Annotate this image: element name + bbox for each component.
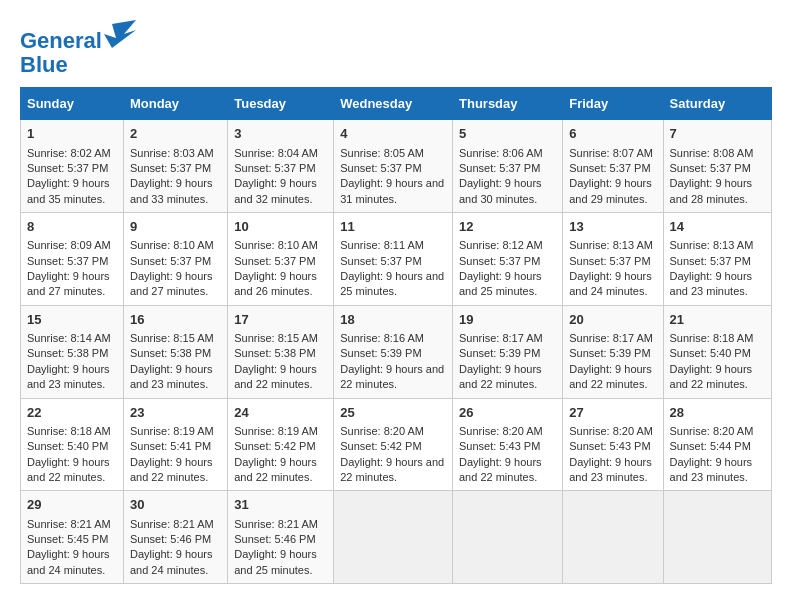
sunrise-text: Sunrise: 8:13 AM	[569, 239, 653, 251]
sunrise-text: Sunrise: 8:17 AM	[569, 332, 653, 344]
daylight-text: Daylight: 9 hours and 27 minutes.	[130, 270, 213, 297]
sunset-text: Sunset: 5:38 PM	[130, 347, 211, 359]
calendar-cell	[453, 491, 563, 584]
daylight-text: Daylight: 9 hours and 22 minutes.	[130, 456, 213, 483]
daylight-text: Daylight: 9 hours and 22 minutes.	[27, 456, 110, 483]
daylight-text: Daylight: 9 hours and 25 minutes.	[234, 548, 317, 575]
calendar-cell: 16Sunrise: 8:15 AMSunset: 5:38 PMDayligh…	[123, 305, 227, 398]
daylight-text: Daylight: 9 hours and 25 minutes.	[340, 270, 444, 297]
sunrise-text: Sunrise: 8:20 AM	[459, 425, 543, 437]
weekday-header-wednesday: Wednesday	[334, 88, 453, 120]
day-number: 10	[234, 218, 327, 236]
calendar-cell: 15Sunrise: 8:14 AMSunset: 5:38 PMDayligh…	[21, 305, 124, 398]
daylight-text: Daylight: 9 hours and 22 minutes.	[459, 363, 542, 390]
sunrise-text: Sunrise: 8:05 AM	[340, 147, 424, 159]
calendar-cell: 1Sunrise: 8:02 AMSunset: 5:37 PMDaylight…	[21, 120, 124, 213]
sunset-text: Sunset: 5:37 PM	[130, 162, 211, 174]
weekday-header-row: SundayMondayTuesdayWednesdayThursdayFrid…	[21, 88, 772, 120]
calendar-cell: 6Sunrise: 8:07 AMSunset: 5:37 PMDaylight…	[563, 120, 663, 213]
sunset-text: Sunset: 5:46 PM	[130, 533, 211, 545]
week-row-4: 22Sunrise: 8:18 AMSunset: 5:40 PMDayligh…	[21, 398, 772, 491]
calendar-cell: 22Sunrise: 8:18 AMSunset: 5:40 PMDayligh…	[21, 398, 124, 491]
weekday-header-saturday: Saturday	[663, 88, 771, 120]
sunset-text: Sunset: 5:37 PM	[234, 162, 315, 174]
sunset-text: Sunset: 5:42 PM	[340, 440, 421, 452]
calendar-cell: 27Sunrise: 8:20 AMSunset: 5:43 PMDayligh…	[563, 398, 663, 491]
calendar-cell: 8Sunrise: 8:09 AMSunset: 5:37 PMDaylight…	[21, 213, 124, 306]
sunrise-text: Sunrise: 8:21 AM	[130, 518, 214, 530]
daylight-text: Daylight: 9 hours and 22 minutes.	[234, 456, 317, 483]
sunset-text: Sunset: 5:40 PM	[670, 347, 751, 359]
weekday-header-friday: Friday	[563, 88, 663, 120]
calendar-cell: 25Sunrise: 8:20 AMSunset: 5:42 PMDayligh…	[334, 398, 453, 491]
day-number: 9	[130, 218, 221, 236]
day-number: 26	[459, 404, 556, 422]
calendar-cell: 2Sunrise: 8:03 AMSunset: 5:37 PMDaylight…	[123, 120, 227, 213]
weekday-header-monday: Monday	[123, 88, 227, 120]
day-number: 6	[569, 125, 656, 143]
calendar-cell	[563, 491, 663, 584]
calendar-cell: 31Sunrise: 8:21 AMSunset: 5:46 PMDayligh…	[228, 491, 334, 584]
calendar-cell: 5Sunrise: 8:06 AMSunset: 5:37 PMDaylight…	[453, 120, 563, 213]
sunrise-text: Sunrise: 8:12 AM	[459, 239, 543, 251]
sunrise-text: Sunrise: 8:03 AM	[130, 147, 214, 159]
sunset-text: Sunset: 5:37 PM	[569, 255, 650, 267]
sunset-text: Sunset: 5:43 PM	[569, 440, 650, 452]
daylight-text: Daylight: 9 hours and 22 minutes.	[340, 363, 444, 390]
calendar-cell: 26Sunrise: 8:20 AMSunset: 5:43 PMDayligh…	[453, 398, 563, 491]
day-number: 27	[569, 404, 656, 422]
calendar-cell: 24Sunrise: 8:19 AMSunset: 5:42 PMDayligh…	[228, 398, 334, 491]
calendar-cell	[663, 491, 771, 584]
sunrise-text: Sunrise: 8:10 AM	[234, 239, 318, 251]
calendar-cell: 23Sunrise: 8:19 AMSunset: 5:41 PMDayligh…	[123, 398, 227, 491]
day-number: 19	[459, 311, 556, 329]
sunset-text: Sunset: 5:44 PM	[670, 440, 751, 452]
day-number: 2	[130, 125, 221, 143]
sunset-text: Sunset: 5:37 PM	[340, 162, 421, 174]
sunrise-text: Sunrise: 8:18 AM	[27, 425, 111, 437]
day-number: 20	[569, 311, 656, 329]
sunset-text: Sunset: 5:40 PM	[27, 440, 108, 452]
day-number: 4	[340, 125, 446, 143]
day-number: 24	[234, 404, 327, 422]
week-row-5: 29Sunrise: 8:21 AMSunset: 5:45 PMDayligh…	[21, 491, 772, 584]
daylight-text: Daylight: 9 hours and 24 minutes.	[130, 548, 213, 575]
week-row-2: 8Sunrise: 8:09 AMSunset: 5:37 PMDaylight…	[21, 213, 772, 306]
sunset-text: Sunset: 5:42 PM	[234, 440, 315, 452]
daylight-text: Daylight: 9 hours and 22 minutes.	[459, 456, 542, 483]
day-number: 31	[234, 496, 327, 514]
daylight-text: Daylight: 9 hours and 29 minutes.	[569, 177, 652, 204]
sunset-text: Sunset: 5:37 PM	[569, 162, 650, 174]
daylight-text: Daylight: 9 hours and 28 minutes.	[670, 177, 753, 204]
daylight-text: Daylight: 9 hours and 31 minutes.	[340, 177, 444, 204]
week-row-1: 1Sunrise: 8:02 AMSunset: 5:37 PMDaylight…	[21, 120, 772, 213]
sunset-text: Sunset: 5:45 PM	[27, 533, 108, 545]
day-number: 29	[27, 496, 117, 514]
sunrise-text: Sunrise: 8:17 AM	[459, 332, 543, 344]
sunrise-text: Sunrise: 8:18 AM	[670, 332, 754, 344]
logo-general: General	[20, 28, 102, 53]
sunset-text: Sunset: 5:37 PM	[670, 255, 751, 267]
sunset-text: Sunset: 5:38 PM	[27, 347, 108, 359]
sunset-text: Sunset: 5:37 PM	[340, 255, 421, 267]
day-number: 25	[340, 404, 446, 422]
day-number: 13	[569, 218, 656, 236]
logo-bird-icon	[104, 20, 136, 48]
daylight-text: Daylight: 9 hours and 23 minutes.	[569, 456, 652, 483]
daylight-text: Daylight: 9 hours and 25 minutes.	[459, 270, 542, 297]
daylight-text: Daylight: 9 hours and 23 minutes.	[27, 363, 110, 390]
daylight-text: Daylight: 9 hours and 23 minutes.	[670, 456, 753, 483]
sunrise-text: Sunrise: 8:09 AM	[27, 239, 111, 251]
calendar-table: SundayMondayTuesdayWednesdayThursdayFrid…	[20, 87, 772, 584]
header: General Blue	[20, 20, 772, 77]
sunset-text: Sunset: 5:46 PM	[234, 533, 315, 545]
calendar-cell: 10Sunrise: 8:10 AMSunset: 5:37 PMDayligh…	[228, 213, 334, 306]
calendar-cell: 13Sunrise: 8:13 AMSunset: 5:37 PMDayligh…	[563, 213, 663, 306]
sunset-text: Sunset: 5:37 PM	[459, 162, 540, 174]
daylight-text: Daylight: 9 hours and 27 minutes.	[27, 270, 110, 297]
sunset-text: Sunset: 5:41 PM	[130, 440, 211, 452]
day-number: 8	[27, 218, 117, 236]
daylight-text: Daylight: 9 hours and 24 minutes.	[27, 548, 110, 575]
daylight-text: Daylight: 9 hours and 32 minutes.	[234, 177, 317, 204]
weekday-header-sunday: Sunday	[21, 88, 124, 120]
